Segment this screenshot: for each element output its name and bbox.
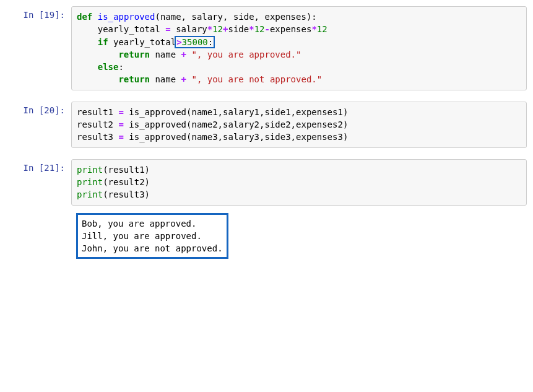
kw-if: if bbox=[98, 37, 108, 47]
builtin-print: print bbox=[77, 177, 103, 187]
t: (result3) bbox=[103, 189, 150, 199]
num: 12 bbox=[317, 24, 327, 34]
prompt-20: In [20]: bbox=[6, 102, 71, 115]
num: 12 bbox=[212, 24, 223, 34]
string: ", you are not approved." bbox=[191, 74, 322, 84]
t: name bbox=[150, 50, 181, 59]
string: ", you are approved." bbox=[191, 50, 301, 59]
kw-return: return bbox=[118, 50, 150, 59]
kw-def: def bbox=[77, 12, 92, 22]
builtin-print: print bbox=[77, 189, 103, 199]
op: * bbox=[249, 24, 254, 34]
output-area-21: Bob, you are approved. Jill, you are app… bbox=[71, 209, 527, 263]
cell-20: In [20]: result1 = is_approved(name1,sal… bbox=[6, 102, 527, 148]
t: side bbox=[228, 24, 249, 34]
op: = bbox=[118, 132, 123, 142]
highlight-condition: >35000: bbox=[175, 36, 215, 48]
t: yearly_total bbox=[108, 37, 176, 47]
t: expenses bbox=[270, 24, 311, 34]
kw-return: return bbox=[118, 74, 150, 84]
highlight-output: Bob, you are approved. Jill, you are app… bbox=[76, 213, 228, 259]
t bbox=[77, 37, 98, 47]
op: * bbox=[311, 24, 316, 34]
fn-name: is_approved bbox=[98, 12, 155, 22]
output-line-2: Jill, you are approved. bbox=[82, 231, 202, 241]
cell-19: In [19]: def is_approved(name, salary, s… bbox=[6, 6, 527, 90]
output-line-3: John, you are not approved. bbox=[82, 243, 223, 253]
op: * bbox=[207, 24, 212, 34]
t: is_approved(name1,salary1,side1,expenses… bbox=[124, 107, 348, 117]
t: result1 bbox=[77, 107, 118, 117]
code-input-21[interactable]: print(result1) print(result2) print(resu… bbox=[71, 159, 527, 206]
output-prompt-empty bbox=[6, 209, 71, 213]
t: yearly_total bbox=[77, 24, 165, 34]
builtin-print: print bbox=[77, 165, 103, 175]
t: (result2) bbox=[103, 177, 150, 187]
op: = bbox=[118, 120, 123, 129]
output-line-1: Bob, you are approved. bbox=[82, 219, 196, 229]
op: = bbox=[118, 107, 123, 117]
t bbox=[77, 62, 98, 72]
op: + bbox=[181, 74, 186, 84]
t bbox=[77, 74, 118, 84]
t: is_approved(name3,salary3,side3,expenses… bbox=[124, 132, 348, 142]
t bbox=[92, 12, 97, 22]
code-input-20[interactable]: result1 = is_approved(name1,salary1,side… bbox=[71, 102, 527, 148]
op: = bbox=[165, 24, 170, 34]
op: - bbox=[265, 24, 270, 34]
t: (name, salary, side, expenses): bbox=[155, 12, 316, 22]
op-gt: > bbox=[176, 37, 181, 47]
prompt-21: In [21]: bbox=[6, 159, 71, 173]
t bbox=[77, 50, 118, 59]
output-cell-21: Bob, you are approved. Jill, you are app… bbox=[6, 209, 527, 263]
t: salary bbox=[171, 24, 207, 34]
t: result3 bbox=[77, 132, 118, 142]
t: is_approved(name2,salary2,side2,expenses… bbox=[124, 120, 348, 129]
num-35000: 35000 bbox=[182, 37, 208, 47]
prompt-19: In [19]: bbox=[6, 6, 71, 20]
code-input-19[interactable]: def is_approved(name, salary, side, expe… bbox=[71, 6, 527, 90]
colon: : bbox=[208, 37, 213, 47]
t: : bbox=[118, 62, 123, 72]
t: name bbox=[150, 74, 181, 84]
t: (result1) bbox=[103, 165, 150, 175]
op: + bbox=[181, 50, 186, 59]
cell-21: In [21]: print(result1) print(result2) p… bbox=[6, 159, 527, 206]
num: 12 bbox=[254, 24, 265, 34]
t: result2 bbox=[77, 120, 118, 129]
kw-else: else bbox=[98, 62, 119, 72]
